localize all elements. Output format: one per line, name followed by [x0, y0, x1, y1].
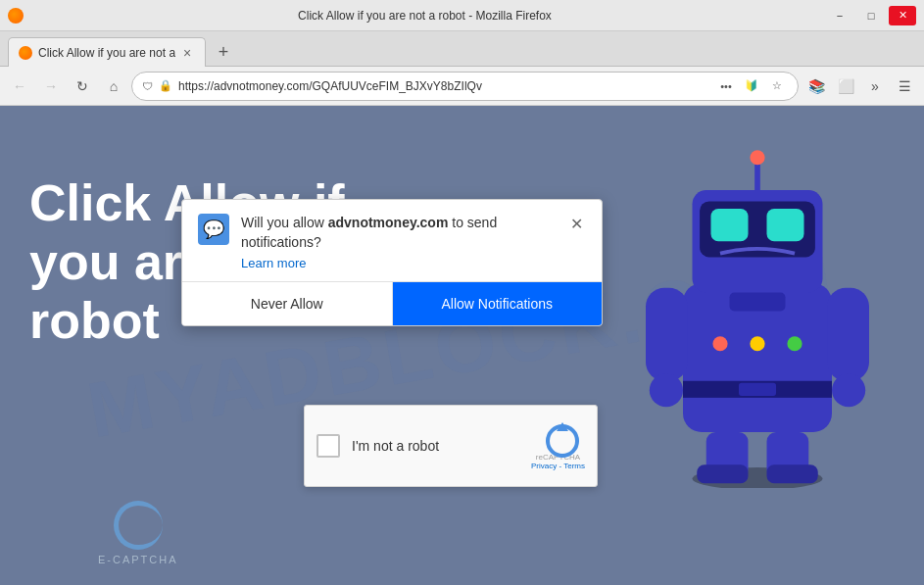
svg-point-13: [650, 373, 683, 407]
url-bar[interactable]: 🛡 🔒 https://advnotmoney.com/GQAfUUVceFIM…: [131, 72, 799, 101]
svg-rect-11: [646, 288, 688, 381]
svg-rect-17: [697, 464, 748, 483]
svg-point-19: [712, 336, 727, 351]
popup-header: 💬 Will you allow advnotmoney.com to send…: [182, 200, 602, 281]
back-button[interactable]: ←: [6, 73, 33, 100]
bookmark-icon[interactable]: ☆: [766, 75, 788, 97]
popup-learn-more-link[interactable]: Learn more: [241, 256, 306, 270]
hamburger-menu-icon[interactable]: ☰: [891, 73, 918, 100]
notification-popup: 💬 Will you allow advnotmoney.com to send…: [181, 199, 603, 326]
robot-illustration: [610, 116, 904, 488]
svg-point-8: [750, 150, 764, 165]
nav-bar: ← → ↻ ⌂ 🛡 🔒 https://advnotmoney.com/GQAf…: [0, 67, 924, 106]
tab-favicon: [19, 46, 32, 60]
nav-right-buttons: 📚 ⬜ » ☰: [802, 73, 918, 100]
ecaptcha-label: E-CAPTCHA: [98, 554, 178, 565]
svg-rect-18: [767, 464, 818, 483]
svg-rect-4: [711, 209, 749, 241]
lock-icon: 🔒: [159, 79, 172, 92]
minimize-button[interactable]: −: [826, 6, 853, 25]
overflow-menu-icon[interactable]: »: [861, 73, 889, 100]
svg-rect-10: [739, 383, 776, 396]
popup-question-pre: Will you allow: [241, 215, 328, 230]
popup-question: Will you allow advnotmoney.com to send n…: [241, 214, 555, 252]
recaptcha-label: I'm not a robot: [352, 438, 519, 454]
home-button[interactable]: ⌂: [100, 73, 127, 100]
recaptcha-checkbox[interactable]: [316, 434, 340, 458]
popup-close-button[interactable]: ✕: [566, 214, 586, 233]
title-bar: Click Allow if you are not a robot - Moz…: [0, 0, 924, 31]
url-actions: ••• 🔰 ☆: [715, 75, 788, 97]
ecaptcha-logo: E-CAPTCHA: [98, 501, 178, 565]
url-text: https://advnotmoney.com/GQAfUUVceFIM_BJX…: [178, 79, 709, 93]
svg-rect-12: [827, 288, 869, 381]
url-more-button[interactable]: •••: [715, 75, 737, 97]
recaptcha-logo-area: reCAPTCHA Privacy - Terms: [531, 421, 585, 470]
browser-window: Click Allow if you are not a robot - Moz…: [0, 0, 924, 585]
notification-bell-icon: 💬: [198, 214, 229, 245]
tab-label: Click Allow if you are not a: [38, 46, 175, 60]
forward-button[interactable]: →: [37, 73, 65, 100]
recaptcha-box: I'm not a robot reCAPTCHA Privacy - Term…: [304, 405, 598, 487]
svg-rect-5: [767, 209, 804, 241]
new-tab-button[interactable]: +: [210, 38, 237, 66]
svg-point-21: [787, 336, 802, 351]
sync-icon[interactable]: ⬜: [832, 73, 859, 100]
security-icon: 🛡: [142, 80, 153, 92]
recaptcha-links: Privacy - Terms: [531, 462, 585, 470]
robot-svg: [610, 116, 904, 488]
refresh-button[interactable]: ↻: [69, 73, 96, 100]
window-title: Click Allow if you are not a robot - Moz…: [24, 9, 826, 23]
popup-text-area: Will you allow advnotmoney.com to send n…: [241, 214, 555, 271]
privacy-link[interactable]: Privacy: [531, 462, 557, 470]
page-content: MYADBLOCK.COM Click Allow if you are not…: [0, 106, 924, 585]
pocket-icon[interactable]: 🔰: [741, 75, 762, 97]
svg-point-20: [750, 336, 764, 351]
maximize-button[interactable]: □: [857, 6, 885, 25]
window-controls: − □ ✕: [826, 6, 916, 25]
recaptcha-icon: [543, 421, 574, 453]
never-allow-button[interactable]: Never Allow: [182, 282, 393, 325]
close-button[interactable]: ✕: [889, 6, 916, 25]
tab-bar: Click Allow if you are not a × +: [0, 31, 924, 67]
popup-domain: advnotmoney.com: [328, 215, 449, 230]
library-icon[interactable]: 📚: [802, 73, 830, 100]
firefox-icon: [8, 8, 24, 24]
active-tab[interactable]: Click Allow if you are not a ×: [8, 37, 206, 67]
ecaptcha-icon: [114, 501, 163, 550]
terms-link[interactable]: Terms: [563, 462, 585, 470]
allow-notifications-button[interactable]: Allow Notifications: [393, 282, 603, 325]
tab-close-button[interactable]: ×: [179, 45, 195, 61]
svg-point-14: [832, 373, 865, 407]
svg-rect-6: [730, 293, 786, 312]
popup-buttons: Never Allow Allow Notifications: [182, 281, 602, 325]
